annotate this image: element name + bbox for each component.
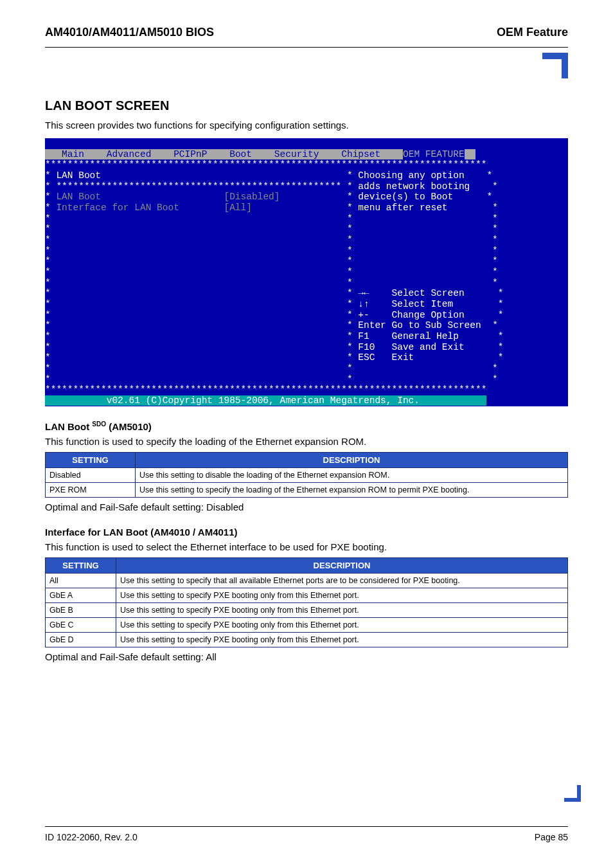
table-row: GbE BUse this setting to specify PXE boo… (46, 602, 568, 617)
bios-help-1: adds network booting (358, 181, 470, 192)
table-row: AllUse this setting to specify that all … (46, 573, 568, 588)
bios-field-0-label[interactable]: LAN Boot (56, 192, 101, 202)
sub2-th1: SETTING (46, 557, 116, 573)
footer-left: ID 1022-2060, Rev. 2.0 (45, 832, 138, 842)
sub2-desc: This function is used to select the Ethe… (45, 541, 568, 552)
bios-menu-pcipnp[interactable]: PCIPnP (173, 149, 207, 159)
table-row: GbE AUse this setting to specify PXE boo… (46, 588, 568, 602)
svg-rect-2 (554, 53, 568, 59)
table-row: DisabledUse this setting to disable the … (46, 467, 568, 482)
svg-rect-4 (564, 798, 581, 802)
corner-mark-icon (564, 785, 581, 804)
bios-menu-chipset[interactable]: Chipset (341, 149, 380, 159)
bios-key-5: F10 Save and Exit (358, 342, 464, 352)
bios-menu-boot[interactable]: Boot (229, 149, 252, 159)
bios-key-1: ↓↑ Select Item (358, 299, 453, 309)
bios-key-2: +- Change Option (358, 310, 464, 320)
bios-key-3: Enter Go to Sub Screen (358, 320, 481, 330)
section-intro: This screen provides two functions for s… (45, 120, 568, 131)
svg-rect-0 (542, 53, 554, 59)
sub1-desc: This function is used to specify the loa… (45, 436, 568, 447)
bios-field-0-value[interactable]: [Disabled] (224, 192, 280, 202)
sub2-th2: DESCRIPTION (116, 557, 568, 573)
bios-menu-oemfeature[interactable]: OEM FEATURE (403, 149, 465, 159)
bios-menu-security[interactable]: Security (274, 149, 319, 159)
sub1-heading: LAN Boot SDO (AM5010) (45, 420, 568, 432)
table-row: GbE DUse this setting to specify PXE boo… (46, 632, 568, 647)
sub2-table: SETTINGDESCRIPTION AllUse this setting t… (45, 557, 568, 647)
bios-screen: Main Advanced PCIPnP Boot Security Chips… (45, 138, 568, 406)
bios-key-6: ESC Exit (358, 352, 414, 363)
svg-rect-1 (562, 59, 568, 78)
sub2-default: Optimal and Fail-Safe default setting: A… (45, 651, 568, 662)
footer-right: Page 85 (535, 832, 568, 842)
bios-help-3: menu after reset (358, 203, 447, 213)
bios-field-1-label[interactable]: Interface for LAN Boot (56, 203, 179, 213)
sub1-th2: DESCRIPTION (136, 452, 568, 467)
bios-menu-main[interactable]: Main (62, 149, 84, 159)
footer-divider (45, 826, 568, 827)
header-left: AM4010/AM4011/AM5010 BIOS (45, 26, 214, 39)
brand-corner-icon (45, 53, 568, 80)
table-row: PXE ROMUse this setting to specify the l… (46, 482, 568, 497)
bios-key-4: F1 General Help (358, 331, 459, 341)
bios-panel-title: LAN Boot (56, 170, 101, 181)
bios-key-0: →← Select Screen (358, 288, 464, 298)
bios-help-2: device(s) to Boot (358, 192, 453, 202)
bios-field-1-value[interactable]: [All] (224, 203, 252, 213)
bios-copyright: v02.61 (C)Copyright 1985-2006, American … (107, 395, 420, 406)
table-row: GbE CUse this setting to specify PXE boo… (46, 617, 568, 632)
sub1-th1: SETTING (46, 452, 136, 467)
sub1-default: Optimal and Fail-Safe default setting: D… (45, 502, 568, 512)
header-divider (45, 47, 568, 48)
section-title: LAN BOOT SCREEN (45, 98, 568, 113)
header-right: OEM Feature (497, 26, 568, 39)
bios-help-0: Choosing any option (358, 170, 464, 181)
bios-menu-advanced[interactable]: Advanced (107, 149, 152, 159)
sub2-heading: Interface for LAN Boot (AM4010 / AM4011) (45, 527, 568, 538)
sub1-table: SETTINGDESCRIPTION DisabledUse this sett… (45, 452, 568, 498)
